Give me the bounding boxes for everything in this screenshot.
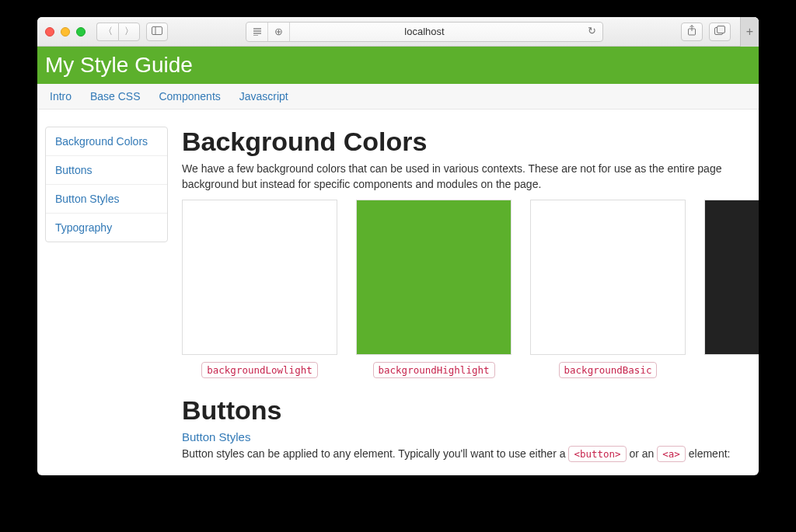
sidenav-button-styles[interactable]: Button Styles — [46, 185, 167, 214]
tabs-icon — [714, 26, 725, 37]
zoom-icon[interactable] — [76, 27, 86, 37]
nav-intro[interactable]: Intro — [50, 90, 72, 103]
chevron-left-icon: 〈 — [103, 25, 113, 38]
bg-intro: We have a few background colors that can… — [182, 162, 759, 192]
page: My Style Guide Intro Base CSS Components… — [37, 47, 759, 475]
share-icon — [687, 25, 696, 38]
titlebar: 〈 〉 ⊕ localhost ↻ — [37, 17, 759, 47]
new-tab-button[interactable]: + — [740, 17, 759, 47]
heading-background-colors: Background Colors — [182, 127, 759, 157]
address-text: localhost — [404, 26, 444, 37]
heading-buttons: Buttons — [182, 395, 759, 426]
plus-icon: + — [746, 25, 753, 39]
nav-javascript[interactable]: Javascript — [239, 90, 288, 103]
code-a-tag: <a> — [657, 446, 686, 462]
sidenav-buttons[interactable]: Buttons — [46, 156, 167, 185]
share-button[interactable] — [681, 23, 703, 41]
section-buttons: Buttons Button Styles Button styles can … — [182, 395, 759, 462]
buttons-paragraph: Button styles can be applied to any elem… — [182, 447, 759, 462]
sidenav-typography[interactable]: Typography — [46, 214, 167, 242]
code-button-tag: <button> — [568, 446, 626, 462]
brand-title: My Style Guide — [45, 53, 193, 77]
swatch-label: backgroundHighlight — [373, 362, 495, 378]
address-bar[interactable]: ⊕ localhost ↻ — [246, 22, 603, 42]
site-settings-icon[interactable]: ⊕ — [268, 23, 290, 41]
text: Button styles can be applied to any elem… — [182, 447, 568, 460]
swatch: backgroundHighlight — [356, 200, 511, 377]
text: element: — [689, 447, 731, 460]
top-nav: Intro Base CSS Components Javascript — [37, 84, 759, 110]
browser-window: 〈 〉 ⊕ localhost ↻ — [37, 17, 759, 475]
address-left-controls: ⊕ — [246, 23, 290, 41]
swatch-label: backgroundBasic — [559, 362, 658, 378]
forward-button[interactable]: 〉 — [118, 23, 140, 41]
swatch-label: backgroundLowlight — [201, 362, 317, 378]
side-nav: Background Colors Buttons Button Styles … — [45, 127, 168, 242]
text: or an — [629, 447, 657, 460]
nav-base-css[interactable]: Base CSS — [90, 90, 141, 103]
minimize-icon[interactable] — [61, 27, 70, 37]
chevron-right-icon: 〉 — [124, 25, 134, 38]
sidebar-icon — [152, 26, 162, 37]
tabs-button[interactable] — [709, 23, 731, 41]
close-icon[interactable] — [45, 27, 54, 37]
window-controls — [45, 27, 86, 37]
reload-icon[interactable]: ↻ — [588, 25, 596, 37]
brand-bar: My Style Guide — [37, 47, 759, 84]
swatch: backgroundLowlight — [182, 200, 337, 377]
link-button-styles[interactable]: Button Styles — [182, 430, 250, 443]
swatch-row: backgroundLowlight backgroundHighlight b… — [182, 200, 759, 377]
swatch-box — [530, 200, 686, 355]
svg-rect-0 — [152, 26, 162, 34]
nav-back-forward: 〈 〉 — [96, 23, 140, 41]
sidebar-button[interactable] — [146, 23, 168, 41]
main: Background Colors We have a few backgrou… — [182, 127, 759, 475]
svg-rect-9 — [717, 26, 725, 33]
swatch: backgroundBasic — [530, 200, 686, 377]
back-button[interactable]: 〈 — [96, 23, 118, 41]
content: Background Colors Buttons Button Styles … — [37, 110, 759, 475]
sidenav-background-colors[interactable]: Background Colors — [46, 127, 167, 156]
swatch-box — [704, 200, 759, 355]
swatch: backgr — [704, 200, 759, 377]
nav-components[interactable]: Components — [159, 90, 220, 103]
swatch-box — [356, 200, 511, 355]
swatch-box — [182, 200, 337, 355]
reader-icon[interactable] — [246, 23, 268, 41]
